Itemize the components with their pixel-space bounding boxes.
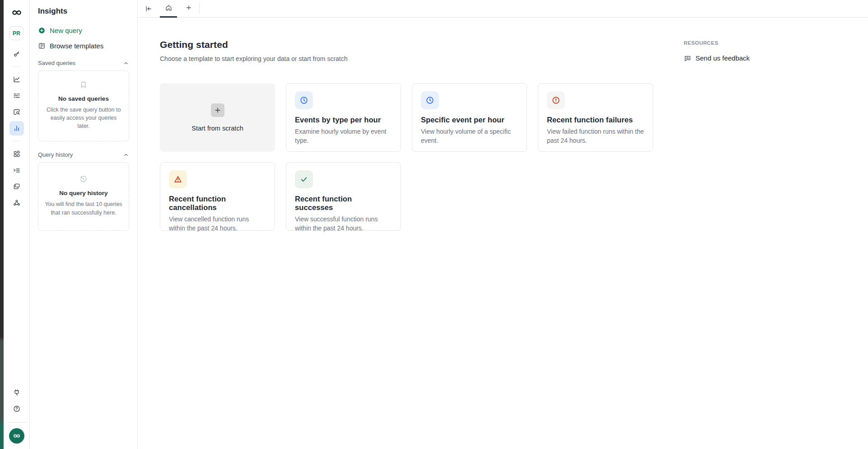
new-query-button[interactable]: New query bbox=[38, 27, 129, 34]
windows-icon[interactable] bbox=[9, 179, 24, 194]
chevron-up-icon bbox=[123, 60, 129, 66]
app-window: PR bbox=[0, 0, 868, 449]
saved-queries-section-header[interactable]: Saved queries bbox=[38, 60, 129, 66]
collapse-panel-icon[interactable] bbox=[138, 0, 159, 17]
empty-state-title: No query history bbox=[59, 190, 107, 196]
card-description: View successful function runs within the… bbox=[295, 215, 392, 233]
empty-state-description: You will find the last 10 queries that r… bbox=[44, 200, 123, 216]
clock-icon bbox=[421, 91, 439, 109]
history-icon bbox=[79, 175, 88, 186]
card-description: View hourly volume of a specific event. bbox=[421, 127, 518, 145]
tab-divider bbox=[199, 3, 200, 14]
page-subtitle: Choose a template to start exploring you… bbox=[160, 55, 348, 62]
rail-divider bbox=[7, 422, 26, 423]
card-description: View cancelled function runs within the … bbox=[169, 215, 266, 233]
card-description: View failed function runs within the pas… bbox=[547, 127, 644, 145]
template-card-function-successes[interactable]: Recent function successes View successfu… bbox=[286, 162, 401, 231]
line-chart-icon[interactable] bbox=[9, 72, 24, 87]
saved-queries-label: Saved queries bbox=[38, 60, 75, 66]
saved-queries-empty-state: No saved queries Click the save query bu… bbox=[38, 70, 129, 141]
plus-circle-icon bbox=[38, 27, 46, 34]
add-tab-button[interactable] bbox=[178, 0, 199, 17]
card-title: Recent function failures bbox=[547, 116, 644, 124]
main-area: Getting started Choose a template to sta… bbox=[138, 0, 868, 449]
page-title: Getting started bbox=[160, 39, 348, 50]
plus-icon bbox=[211, 103, 224, 117]
list-caret-icon[interactable] bbox=[9, 163, 24, 178]
card-description: Examine hourly volume by event type. bbox=[295, 127, 392, 145]
templates-icon bbox=[38, 42, 46, 50]
webhook-icon[interactable] bbox=[9, 196, 24, 210]
card-title: Specific event per hour bbox=[421, 116, 518, 124]
resources-block: RESOURCES Send us feedback bbox=[684, 40, 750, 62]
send-feedback-label: Send us feedback bbox=[695, 54, 750, 62]
tab-bar bbox=[138, 0, 868, 18]
add-tab-icon bbox=[185, 4, 192, 13]
help-icon[interactable] bbox=[9, 402, 24, 416]
template-card-specific-event[interactable]: Specific event per hour View hourly volu… bbox=[412, 83, 527, 152]
query-history-empty-state: No query history You will find the last … bbox=[38, 162, 129, 230]
apps-icon[interactable] bbox=[9, 147, 24, 161]
insights-sidebar: Insights New query Browse templates Save… bbox=[30, 0, 138, 449]
card-title: Events by type per hour bbox=[295, 116, 392, 124]
plug-icon[interactable] bbox=[9, 385, 24, 400]
main-content: Getting started Choose a template to sta… bbox=[138, 18, 868, 449]
bookmark-icon bbox=[79, 80, 88, 91]
avatar-inngest-logo-icon[interactable] bbox=[9, 428, 24, 444]
background-window-sliver bbox=[0, 0, 4, 449]
rail-divider bbox=[12, 141, 22, 141]
template-card-function-failures[interactable]: Recent function failures View failed fun… bbox=[538, 83, 653, 152]
start-from-scratch-label: Start from scratch bbox=[191, 125, 243, 132]
new-query-label: New query bbox=[50, 27, 82, 34]
alert-circle-icon bbox=[547, 91, 565, 109]
home-icon bbox=[165, 4, 173, 14]
rail-divider bbox=[12, 66, 22, 67]
template-card-grid: Start from scratch Events by type per ho… bbox=[160, 83, 653, 231]
inngest-logo-icon bbox=[10, 6, 23, 19]
clock-icon bbox=[295, 91, 313, 109]
chevron-up-icon bbox=[123, 152, 129, 158]
sidebar-title: Insights bbox=[38, 7, 129, 16]
card-title: Recent function cancellations bbox=[169, 195, 266, 212]
query-history-section-header[interactable]: Query history bbox=[38, 151, 129, 158]
card-title: Recent function successes bbox=[295, 195, 392, 212]
key-icon[interactable] bbox=[9, 47, 24, 61]
doc-search-icon[interactable] bbox=[9, 105, 24, 119]
empty-state-title: No saved queries bbox=[58, 95, 109, 102]
start-from-scratch-card[interactable]: Start from scratch bbox=[160, 83, 275, 152]
browse-templates-label: Browse templates bbox=[50, 42, 103, 50]
query-history-label: Query history bbox=[38, 151, 73, 158]
tab-home[interactable] bbox=[159, 0, 178, 17]
icon-rail: PR bbox=[4, 0, 30, 449]
check-icon bbox=[295, 170, 313, 188]
bar-chart-icon[interactable] bbox=[9, 121, 24, 136]
feedback-icon bbox=[684, 54, 691, 62]
template-card-function-cancellations[interactable]: Recent function cancellations View cance… bbox=[160, 162, 275, 231]
browse-templates-button[interactable]: Browse templates bbox=[38, 42, 129, 50]
template-card-events-by-type[interactable]: Events by type per hour Examine hourly v… bbox=[286, 83, 401, 152]
warning-triangle-icon bbox=[169, 170, 187, 188]
resources-label: RESOURCES bbox=[684, 40, 750, 46]
filter-lines-icon[interactable] bbox=[9, 89, 24, 103]
workspace-badge[interactable]: PR bbox=[9, 26, 23, 40]
empty-state-description: Click the save query button to easily ac… bbox=[44, 106, 123, 130]
send-feedback-button[interactable]: Send us feedback bbox=[684, 54, 750, 62]
